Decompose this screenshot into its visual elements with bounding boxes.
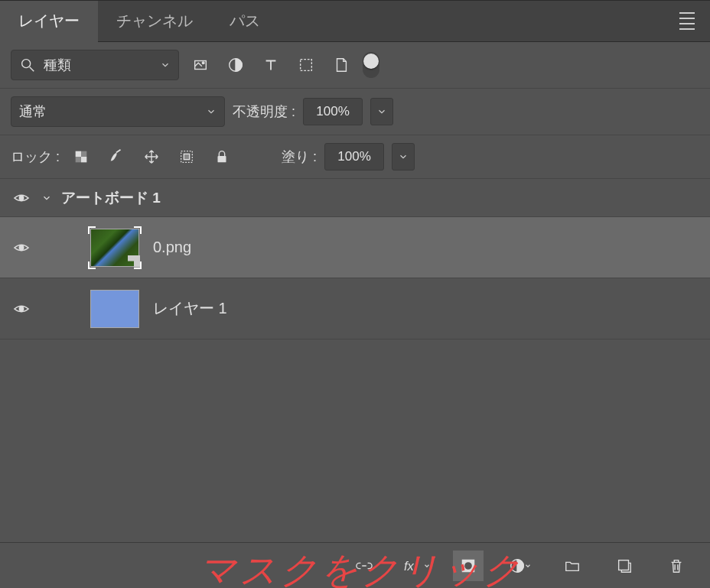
lock-pixels-icon[interactable]: [103, 143, 130, 171]
opacity-label: 不透明度 :: [233, 102, 295, 121]
artboard-row[interactable]: アートボード 1: [0, 179, 710, 217]
delete-layer-icon[interactable]: [661, 551, 692, 581]
add-mask-icon[interactable]: [453, 551, 484, 581]
layer-style-icon[interactable]: fx: [401, 551, 432, 581]
svg-rect-9: [76, 157, 81, 162]
blend-mode-select[interactable]: 通常: [11, 96, 225, 127]
filter-row: 種類: [0, 42, 710, 89]
filter-smartobject-icon[interactable]: [327, 51, 355, 79]
svg-point-15: [19, 245, 24, 250]
filter-toggle[interactable]: [363, 52, 379, 78]
fill-label: 塗り :: [282, 148, 317, 166]
visibility-toggle[interactable]: [11, 300, 32, 317]
chevron-down-icon: [376, 106, 387, 117]
layer-panel-footer: fx: [0, 542, 710, 588]
svg-rect-13: [218, 156, 226, 162]
opacity-dropdown[interactable]: [370, 98, 393, 125]
new-layer-icon[interactable]: [609, 551, 640, 581]
svg-line-1: [30, 67, 34, 72]
panel-menu-icon[interactable]: [679, 12, 695, 30]
layer-thumbnail[interactable]: [90, 290, 139, 328]
eye-icon: [13, 300, 30, 317]
svg-point-3: [202, 62, 204, 64]
svg-rect-7: [81, 157, 86, 162]
svg-rect-8: [81, 151, 86, 157]
svg-point-16: [19, 307, 24, 311]
svg-line-10: [116, 150, 121, 153]
filter-pixel-icon[interactable]: [187, 51, 214, 79]
link-layers-icon[interactable]: [349, 551, 379, 581]
chevron-down-icon: [206, 106, 217, 117]
layers-panel: レイヤー チャンネル パス 種類: [0, 0, 710, 588]
svg-rect-6: [76, 151, 81, 157]
blend-mode-value: 通常: [19, 102, 47, 121]
lock-all-icon[interactable]: [208, 143, 236, 171]
layer-row[interactable]: 0.png: [0, 217, 710, 278]
lock-label: ロック :: [11, 148, 60, 166]
layer-row[interactable]: レイヤー 1: [0, 278, 710, 339]
tab-channels[interactable]: チャンネル: [98, 1, 211, 42]
layer-list: アートボード 1 0.png レイヤー 1 マスクをクリック: [0, 179, 710, 542]
opacity-value[interactable]: 100%: [303, 98, 363, 125]
visibility-toggle[interactable]: [11, 239, 32, 256]
eye-icon: [13, 239, 30, 256]
chevron-down-icon: [423, 562, 431, 570]
lock-artboard-icon[interactable]: [173, 143, 200, 171]
layer-thumbnail[interactable]: [90, 229, 139, 267]
new-group-icon[interactable]: [557, 551, 588, 581]
filter-shape-icon[interactable]: [292, 51, 320, 79]
svg-point-19: [464, 561, 473, 570]
fill-value[interactable]: 100%: [324, 143, 384, 171]
panel-tabs: レイヤー チャンネル パス: [0, 1, 710, 42]
layer-name[interactable]: 0.png: [153, 239, 191, 256]
filter-adjustment-icon[interactable]: [222, 51, 249, 79]
new-adjustment-layer-icon[interactable]: [505, 551, 536, 581]
layer-name[interactable]: レイヤー 1: [153, 298, 227, 319]
tab-paths[interactable]: パス: [211, 1, 278, 42]
filter-type-label: 種類: [44, 56, 71, 74]
visibility-toggle[interactable]: [11, 190, 32, 206]
lock-transparent-icon[interactable]: [67, 143, 95, 171]
svg-point-0: [22, 60, 31, 68]
fill-dropdown[interactable]: [392, 143, 415, 171]
svg-point-14: [19, 196, 24, 200]
eye-icon: [13, 190, 30, 206]
svg-rect-21: [619, 560, 629, 570]
lock-position-icon[interactable]: [138, 143, 165, 171]
svg-text:fx: fx: [404, 558, 415, 572]
chevron-down-icon: [524, 562, 532, 570]
blend-row: 通常 不透明度 : 100%: [0, 89, 710, 135]
svg-rect-12: [184, 154, 189, 159]
search-icon: [19, 57, 36, 73]
toggle-handle: [363, 54, 379, 69]
tab-layers[interactable]: レイヤー: [0, 1, 98, 42]
filter-type-icon[interactable]: [257, 51, 285, 79]
chevron-down-icon: [160, 60, 171, 70]
chevron-down-icon: [398, 151, 409, 162]
svg-rect-5: [301, 60, 312, 71]
artboard-title: アートボード 1: [61, 188, 161, 208]
filter-type-select[interactable]: 種類: [11, 50, 179, 80]
chevron-down-icon[interactable]: [41, 193, 52, 203]
lock-row: ロック : 塗り : 100%: [0, 135, 710, 179]
